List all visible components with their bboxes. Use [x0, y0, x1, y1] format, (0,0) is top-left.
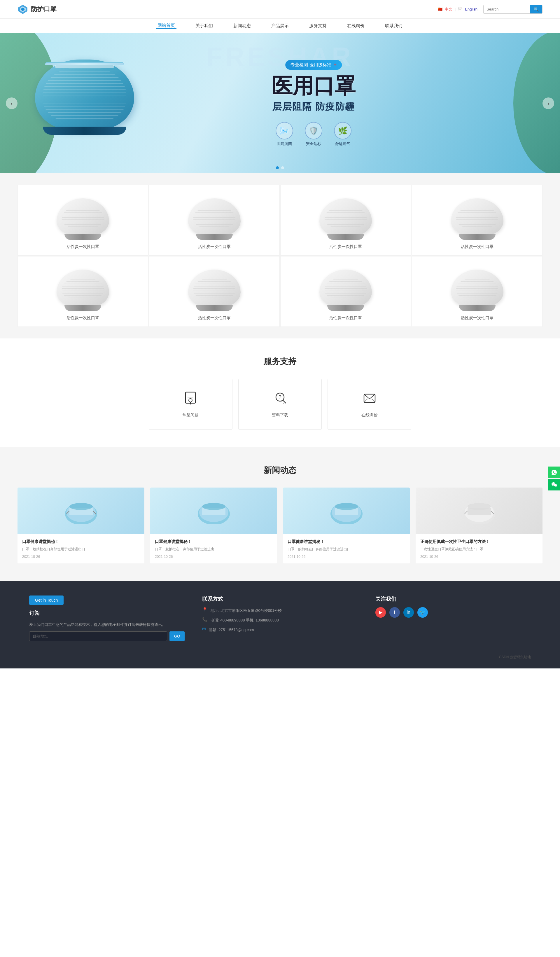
product-img-4 [54, 265, 112, 312]
news-excerpt-0: 口罩一般抽框在口鼻部位用于过滤进出口... [22, 546, 140, 552]
svg-point-28 [335, 503, 358, 510]
hero-badge-plus: + [334, 62, 337, 68]
product-card-4[interactable]: 活性炭一次性口罩 [17, 256, 148, 327]
news-card-1[interactable]: 口罩健康讲堂揭秘！ 口罩一般抽框在口鼻部位用于过滤进出口... 2021-10-… [150, 488, 277, 564]
product-card-3[interactable]: 活性炭一次性口罩 [412, 185, 543, 256]
news-title-3: 正确使用佩戴一次性卫生口罩的方法！ [420, 539, 538, 545]
hero-icon-circle-1: 🛡️ [305, 122, 322, 139]
mask-shape-5 [188, 270, 241, 308]
email-icon: ✉ [202, 627, 206, 632]
news-card-0[interactable]: 口罩健康讲堂揭秘！ 口罩一般抽框在口鼻部位用于过滤进出口... 2021-10-… [17, 488, 144, 564]
product-label-7: 活性炭一次性口罩 [461, 316, 494, 321]
nav-item-about[interactable]: 关于我们 [194, 23, 215, 28]
product-img-6 [317, 265, 375, 312]
mask-shape-6 [319, 270, 372, 308]
svg-point-32 [467, 503, 491, 510]
hero-next-button[interactable]: › [543, 98, 554, 109]
footer-email-input[interactable] [29, 632, 167, 641]
hero-dot-1[interactable] [276, 166, 279, 169]
svg-line-11 [281, 402, 284, 404]
lang-cn[interactable]: 中文 [445, 7, 453, 12]
news-body-0: 口罩健康讲堂揭秘！ 口罩一般抽框在口鼻部位用于过滤进出口... 2021-10-… [17, 534, 144, 564]
service-section: 服务支持 常见问题 ? [0, 338, 560, 447]
footer-go-button[interactable]: GO [169, 632, 185, 641]
hero-icon-label-0: 阻隔病菌 [277, 141, 292, 147]
nav-item-service[interactable]: 服务支持 [308, 23, 328, 28]
mask-shape-1 [188, 198, 241, 236]
nav-item-products[interactable]: 产品展示 [270, 23, 290, 28]
hero-icon-item-2: 🌿 舒适透气 [334, 122, 352, 147]
footer-get-in-touch-btn[interactable]: Get in Touch [29, 595, 63, 605]
hero-title: 医用口罩 [271, 74, 355, 98]
search-input[interactable] [484, 6, 530, 13]
service-label-2: 在线询价 [361, 412, 378, 418]
product-img-7 [448, 265, 506, 312]
hero-dot-2[interactable] [281, 166, 284, 169]
service-card-1[interactable]: ? 资料下载 [238, 379, 322, 430]
search-box: 🔍 [483, 5, 543, 14]
news-section: 新闻动态 口罩健康讲堂揭秘！ 口罩一般抽框在口鼻部位用于过滤进出口... 202… [0, 447, 560, 581]
product-card-5[interactable]: 活性炭一次性口罩 [149, 256, 280, 327]
social-twitter-icon[interactable]: 🐦 [417, 607, 428, 617]
social-facebook-icon[interactable]: f [390, 607, 400, 617]
news-excerpt-3: 一次性卫生口罩佩戴正确使用方法：口罩... [420, 546, 538, 552]
search-button[interactable]: 🔍 [530, 5, 542, 13]
hero-badge-text: 专业检测 医用级标准 [290, 62, 331, 68]
svg-point-6 [189, 398, 192, 402]
service-label-1: 资料下载 [272, 412, 288, 418]
hero-subtitle: 层层阻隔 防疫防霾 [271, 100, 355, 113]
footer-contact-address: 📍 地址: 北京市朝阳区松五道路0号楼001号楼 [202, 607, 358, 614]
float-wechat-button[interactable] [548, 479, 560, 491]
mask-shape-0 [57, 198, 109, 236]
footer-contact-email: ✉ 邮箱: 275115578@qq.com [202, 627, 358, 633]
product-card-1[interactable]: 活性炭一次性口罩 [149, 185, 280, 256]
nav-item-inquiry[interactable]: 在线询价 [345, 23, 366, 28]
nav-item-news[interactable]: 新闻动态 [232, 23, 252, 28]
news-card-3[interactable]: 正确使用佩戴一次性卫生口罩的方法！ 一次性卫生口罩佩戴正确使用方法：口罩... … [416, 488, 543, 564]
service-card-0[interactable]: 常见问题 [149, 379, 232, 430]
hero-icons: 🌬️ 阻隔病菌 🛡️ 安全达标 🌿 舒适透气 [271, 122, 355, 147]
service-icon-download: ? [273, 391, 287, 408]
footer-contact-phone: 📞 电话: 400-88898888 手机: 13688888888 [202, 617, 358, 624]
product-label-0: 活性炭一次性口罩 [66, 244, 99, 250]
navbar: 网站首页 关于我们 新闻动态 产品展示 服务支持 在线询价 联系我们 [0, 19, 560, 33]
news-body-1: 口罩健康讲堂揭秘！ 口罩一般抽框在口鼻部位用于过滤进出口... 2021-10-… [150, 534, 277, 564]
service-card-2[interactable]: 在线询价 [328, 379, 411, 430]
footer-watermark: CSDN @源码集结地 [499, 655, 531, 659]
hero-prev-button[interactable]: ‹ [6, 98, 17, 109]
product-label-4: 活性炭一次性口罩 [66, 316, 99, 321]
mask-shape-7 [451, 270, 503, 308]
float-whatsapp-button[interactable] [548, 466, 560, 478]
lang-en[interactable]: English [465, 7, 478, 11]
news-title-2: 口罩健康讲堂揭秘！ [287, 539, 405, 545]
footer-subscribe-text: 爱上我们口罩生意的产品功能和技术，输入您的电子邮件并订阅来获得快捷通讯。 [29, 621, 185, 628]
hero-dots [276, 166, 284, 169]
hero-mask-visual [35, 60, 146, 147]
news-date-0: 2021-10-26 [22, 555, 140, 559]
blue-mask-shape [35, 60, 134, 129]
hero-badge: 专业检测 医用级标准 + [285, 60, 342, 70]
nav-item-contact[interactable]: 联系我们 [383, 23, 404, 28]
news-card-2[interactable]: 口罩健康讲堂揭秘！ 口罩一般抽框在口鼻部位用于过滤进出口... 2021-10-… [283, 488, 410, 564]
product-card-6[interactable]: 活性炭一次性口罩 [280, 256, 411, 327]
products-grid: 活性炭一次性口罩 活性炭一次性口罩 活性炭一次性口罩 活性炭一次性口罩 活性炭 [17, 185, 543, 327]
news-section-title: 新闻动态 [17, 465, 543, 476]
service-grid: 常见问题 ? 资料下载 在线询价 [149, 379, 411, 430]
svg-point-24 [202, 503, 226, 510]
news-img-0 [17, 488, 144, 534]
footer-subscribe-col: Get in Touch 订阅 爱上我们口罩生意的产品功能和技术，输入您的电子邮… [29, 595, 185, 641]
product-card-0[interactable]: 活性炭一次性口罩 [17, 185, 148, 256]
social-linkedin-icon[interactable]: in [403, 607, 414, 617]
product-card-7[interactable]: 活性炭一次性口罩 [412, 256, 543, 327]
product-card-2[interactable]: 活性炭一次性口罩 [280, 185, 411, 256]
nav-item-home[interactable]: 网站首页 [156, 23, 177, 29]
hero-icon-circle-2: 🌿 [334, 122, 352, 139]
footer-contact-col: 联系方式 📍 地址: 北京市朝阳区松五道路0号楼001号楼 📞 电话: 400-… [202, 595, 358, 641]
social-youtube-icon[interactable]: ▶ [375, 607, 386, 617]
svg-line-14 [372, 399, 375, 402]
footer: Get in Touch 订阅 爱上我们口罩生意的产品功能和技术，输入您的电子邮… [0, 581, 560, 668]
news-img-1 [150, 488, 277, 534]
news-date-3: 2021-10-26 [420, 555, 538, 559]
footer-subscribe-title: 订阅 [29, 610, 185, 616]
news-body-3: 正确使用佩戴一次性卫生口罩的方法！ 一次性卫生口罩佩戴正确使用方法：口罩... … [416, 534, 543, 564]
